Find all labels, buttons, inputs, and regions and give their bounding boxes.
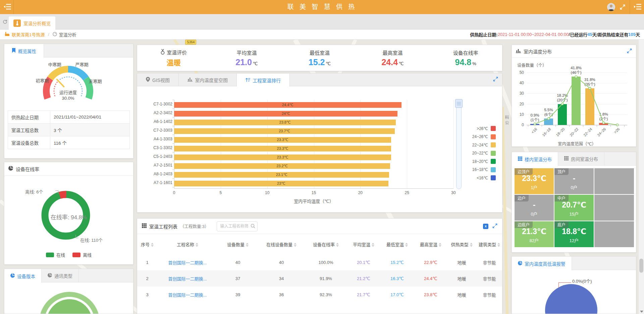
ranking-bar[interactable]: 23℃ — [174, 181, 388, 186]
tab-comm-type[interactable]: 通讯类型 — [42, 269, 79, 282]
histogram-bar[interactable] — [544, 119, 553, 125]
legend-item[interactable]: 离线 — [72, 252, 92, 258]
ranking-bar[interactable]: 23.7℃ — [174, 128, 395, 134]
search-icon[interactable] — [251, 224, 255, 229]
legend-item[interactable]: 20~22℃ — [469, 151, 496, 156]
legend-item[interactable]: 16~18℃ — [469, 167, 496, 172]
bar-category-label: C7-1-3002 — [144, 101, 172, 107]
tab-map-pin[interactable]: GIS视图 — [137, 74, 179, 86]
table-cell: 地暖 — [447, 254, 476, 270]
refresh-icon[interactable] — [3, 19, 7, 25]
expand-icon[interactable] — [627, 48, 632, 54]
tab-label: 房间室温分布 — [571, 155, 598, 162]
axis-tick — [172, 135, 174, 135]
column-header[interactable]: 建筑类型 — [476, 234, 502, 254]
tab-room-distribution[interactable]: 房间室温分布 — [558, 152, 604, 165]
table-cell[interactable]: 首创国际一二期换... — [157, 286, 218, 303]
tab-temp-alarm[interactable]: 室内温度高低温报警 — [512, 257, 572, 270]
sort-caret-icon[interactable] — [497, 243, 500, 247]
histogram-bar[interactable] — [558, 104, 567, 125]
scrollbar-down-icon[interactable] — [640, 311, 643, 313]
gauge-progress-label: 运行进度 — [59, 89, 77, 95]
column-header[interactable]: 工程名称 — [157, 234, 218, 254]
tab-label: 室温分析概览 — [23, 20, 51, 27]
temp-distribution-panel: 室内温度分布 设备数量（个） 室内温度范围（℃） 01020304050<160… — [512, 45, 636, 147]
tab-sort[interactable]: 工程室温排行 — [237, 74, 290, 87]
expand-icon[interactable] — [493, 77, 498, 83]
menu-unfold-icon[interactable] — [634, 4, 641, 11]
alarm-pie-label: 0.0%(0个) — [572, 278, 592, 284]
legend-item[interactable]: 22~24℃ — [469, 142, 496, 147]
tab-room-temp-overview[interactable]: 室温分析概览 — [9, 16, 55, 30]
column-header[interactable]: 平均室温 — [347, 234, 380, 254]
sort-icon — [246, 78, 250, 83]
x-tick-label: 10 — [265, 190, 269, 195]
avatar[interactable] — [607, 3, 615, 11]
histogram-bar[interactable] — [530, 124, 539, 125]
ranking-bar[interactable]: 23.8℃ — [174, 120, 396, 125]
callout-connector — [558, 282, 559, 287]
sort-caret-icon[interactable] — [405, 243, 408, 247]
ranking-bar[interactable]: 23.2℃ — [174, 163, 390, 169]
sort-caret-icon[interactable] — [151, 243, 154, 247]
attr-value: 2021/11/01~2022/04/01 — [50, 111, 130, 124]
ranking-bar[interactable]: 24℃ — [174, 111, 397, 117]
table-cell: 17.0℃ — [380, 286, 414, 303]
building-cell-底户: 底户18.8℃12户 — [554, 221, 594, 247]
ranking-bar[interactable]: 23.1℃ — [174, 172, 389, 178]
sort-caret-icon[interactable] — [294, 243, 297, 247]
column-header[interactable]: 在线设备数量 — [258, 234, 305, 254]
datazoom-handle[interactable] — [455, 99, 463, 108]
run-unit: 天/距供热结束还有 — [592, 31, 629, 38]
column-header[interactable]: 最低室温 — [380, 234, 414, 254]
gridline — [453, 100, 454, 188]
cell-tag: 边底户 — [515, 221, 533, 228]
table-cell: 100.0% — [305, 254, 347, 270]
tab-device-version[interactable]: 设备版本 — [4, 269, 42, 283]
gis-ranking-panel: GIS视图室内温度星空图工程室温排行 室内平均温度（℃） 05101520253… — [137, 73, 502, 213]
page-scrollbar[interactable] — [638, 40, 644, 314]
column-header[interactable]: 供热类型 — [447, 234, 476, 254]
app-header: 联 美 智 慧 供 热 — [0, 0, 644, 14]
x-tick-label: >26 — [607, 127, 620, 140]
datazoom-slider[interactable] — [456, 100, 462, 189]
ranking-bar[interactable]: 24.4℃ — [174, 102, 401, 108]
building-cell-empty — [594, 168, 634, 194]
breadcrumb: 联美浑南1号热源 / 室温分析 供热起止日期: 2021-11-01 00:00… — [0, 30, 644, 40]
table-cell[interactable]: 首创国际一二期换... — [157, 270, 218, 286]
sort-caret-icon[interactable] — [196, 243, 198, 247]
tab-building-distribution[interactable]: 楼内室温分布 — [512, 152, 558, 166]
building-cell-empty — [594, 195, 634, 221]
ranking-bar[interactable]: 23.3℃ — [174, 137, 391, 143]
table-cell[interactable]: 首创国际一二期换... — [157, 254, 218, 270]
column-header[interactable]: 设备在线率 — [305, 234, 347, 254]
legend-item[interactable]: 18~20℃ — [469, 159, 496, 164]
ranking-bar[interactable]: 23.3℃ — [174, 154, 391, 160]
tab-bar-chart[interactable]: 室内温度星空图 — [179, 74, 237, 86]
fullscreen-icon[interactable] — [620, 4, 625, 11]
column-header[interactable]: 设备数量 — [218, 234, 258, 254]
y-tick-label: 10 — [514, 112, 524, 117]
x-tick-label: 15 — [312, 190, 316, 195]
excel-export-icon[interactable]: x — [483, 224, 488, 229]
axis-tick — [597, 125, 597, 127]
column-header[interactable]: 最高室温 — [414, 234, 447, 254]
sort-caret-icon[interactable] — [372, 243, 374, 247]
sort-caret-icon[interactable] — [470, 243, 473, 247]
table-cell: 2 — [137, 270, 157, 286]
legend-item[interactable]: 24~26℃ — [469, 134, 496, 139]
scrollbar-thumb[interactable] — [639, 259, 643, 273]
y-tick-label: 40 — [514, 81, 524, 85]
breadcrumb-source-link[interactable]: 联美浑南1号热源 — [12, 31, 45, 38]
expand-icon[interactable] — [492, 223, 497, 229]
sort-caret-icon[interactable] — [439, 243, 441, 247]
legend-item[interactable]: >26℃ — [469, 126, 496, 131]
sort-caret-icon[interactable] — [246, 243, 249, 247]
legend-item[interactable]: <16℃ — [469, 175, 496, 180]
column-header[interactable]: 序号 — [137, 234, 157, 254]
sort-caret-icon[interactable] — [336, 243, 339, 247]
histogram-bar[interactable] — [599, 123, 608, 125]
legend-item[interactable]: 在线 — [46, 252, 65, 258]
online-rate-center-label: 在线率: 94.8% — [4, 213, 133, 221]
ranking-bar[interactable]: 23.3℃ — [174, 146, 391, 151]
